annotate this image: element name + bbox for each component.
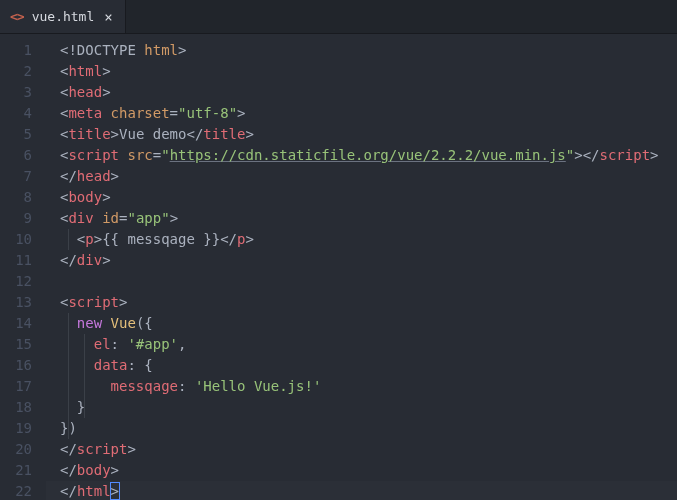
code-line: new Vue({ — [46, 313, 677, 334]
line-number: 1 — [0, 40, 32, 61]
code-line: </body> — [46, 460, 677, 481]
close-icon[interactable]: × — [102, 9, 114, 25]
line-number: 15 — [0, 334, 32, 355]
code-area[interactable]: <!DOCTYPE html> <html> <head> <meta char… — [46, 40, 677, 500]
code-line: <div id="app"> — [46, 208, 677, 229]
code-line: el: '#app', — [46, 334, 677, 355]
code-line: </div> — [46, 250, 677, 271]
line-number: 3 — [0, 82, 32, 103]
cursor: > — [110, 482, 120, 500]
code-line: messqage: 'Hello Vue.js!' — [46, 376, 677, 397]
code-line: </script> — [46, 439, 677, 460]
code-line: data: { — [46, 355, 677, 376]
code-editor[interactable]: 12345678910111213141516171819202122 <!DO… — [0, 34, 677, 500]
line-number: 2 — [0, 61, 32, 82]
code-line: <!DOCTYPE html> — [46, 40, 677, 61]
line-number: 21 — [0, 460, 32, 481]
code-line-current: </html> — [46, 481, 677, 500]
code-line: } — [46, 397, 677, 418]
line-number: 22 — [0, 481, 32, 500]
line-number: 12 — [0, 271, 32, 292]
line-number: 10 — [0, 229, 32, 250]
line-number: 9 — [0, 208, 32, 229]
code-line: }) — [46, 418, 677, 439]
code-line: <html> — [46, 61, 677, 82]
line-number: 11 — [0, 250, 32, 271]
tab-bar: <> vue.html × — [0, 0, 677, 34]
line-number-gutter: 12345678910111213141516171819202122 — [0, 40, 46, 500]
code-line: <script src="https://cdn.staticfile.org/… — [46, 145, 677, 166]
line-number: 16 — [0, 355, 32, 376]
code-line — [46, 271, 677, 292]
line-number: 4 — [0, 103, 32, 124]
line-number: 20 — [0, 439, 32, 460]
code-line: <script> — [46, 292, 677, 313]
line-number: 8 — [0, 187, 32, 208]
line-number: 7 — [0, 166, 32, 187]
line-number: 18 — [0, 397, 32, 418]
code-line: </head> — [46, 166, 677, 187]
line-number: 6 — [0, 145, 32, 166]
tab-title: vue.html — [32, 9, 95, 24]
code-line: <meta charset="utf-8"> — [46, 103, 677, 124]
html-file-icon: <> — [10, 9, 24, 24]
line-number: 17 — [0, 376, 32, 397]
code-line: <head> — [46, 82, 677, 103]
line-number: 5 — [0, 124, 32, 145]
line-number: 14 — [0, 313, 32, 334]
code-line: <title>Vue demo</title> — [46, 124, 677, 145]
line-number: 13 — [0, 292, 32, 313]
code-line: <p>{{ messqage }}</p> — [46, 229, 677, 250]
tab-vue-html[interactable]: <> vue.html × — [0, 0, 126, 33]
line-number: 19 — [0, 418, 32, 439]
code-line: <body> — [46, 187, 677, 208]
